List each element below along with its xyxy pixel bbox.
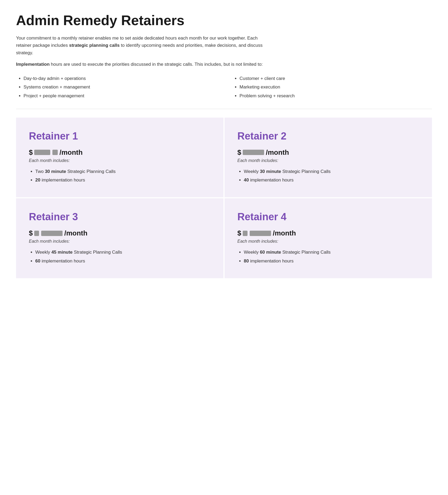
bullet-list-right: Customer + client care Marketing executi… (232, 74, 432, 100)
list-item: Systems creation + management (24, 83, 216, 91)
retainers-grid: Retainer 1 $ /month Each month includes:… (16, 118, 432, 278)
intro-bold-2: Implementation (16, 62, 50, 67)
list-item: Weekly 45 minute Strategic Planning Call… (35, 248, 211, 257)
list-item: Marketing execution (240, 83, 432, 91)
retainer-4-title: Retainer 4 (237, 211, 419, 223)
retainer-3-each-month: Each month includes: (29, 239, 211, 244)
list-item: Two 30 minute Strategic Planning Calls (35, 167, 211, 176)
price-redacted-2 (243, 150, 264, 155)
retainer-1-title: Retainer 1 (29, 130, 211, 142)
page-title: Admin Remedy Retainers (16, 13, 432, 28)
price-redacted-4a (243, 231, 248, 236)
retainer-1-price: $ /month (29, 148, 211, 157)
retainer-card-1: Retainer 1 $ /month Each month includes:… (16, 118, 223, 198)
price-redacted-3b (41, 231, 63, 236)
retainer-card-2: Retainer 2 $ /month Each month includes:… (225, 118, 432, 198)
retainer-card-3: Retainer 3 $ /month Each month includes:… (16, 198, 223, 278)
retainer-3-price: $ /month (29, 229, 211, 237)
price-redacted-1b (52, 150, 58, 155)
retainer-2-price: $ /month (237, 148, 419, 157)
retainer-1-bullets: Two 30 minute Strategic Planning Calls 2… (29, 167, 211, 185)
retainer-card-4: Retainer 4 $ /month Each month includes:… (225, 198, 432, 278)
price-redacted-3a (34, 231, 39, 236)
list-item: Day-to-day admin + operations (24, 74, 216, 83)
intro-paragraph-2: Implementation hours are used to execute… (16, 61, 273, 68)
retainer-2-title: Retainer 2 (237, 130, 419, 142)
list-item: 20 implementation hours (35, 176, 211, 184)
list-item: 80 implementation hours (244, 257, 419, 265)
list-item: 60 implementation hours (35, 257, 211, 265)
retainer-4-each-month: Each month includes: (237, 239, 419, 244)
intro-paragraph-1: Your commitment to a monthly retainer en… (16, 34, 273, 56)
list-item: Weekly 60 minute Strategic Planning Call… (244, 248, 419, 257)
bullet-list-left: Day-to-day admin + operations Systems cr… (16, 74, 216, 100)
price-redacted-1 (34, 150, 50, 155)
retainer-2-each-month: Each month includes: (237, 158, 419, 163)
retainer-2-bullets: Weekly 30 minute Strategic Planning Call… (237, 167, 419, 185)
list-item: Problem solving + research (240, 92, 432, 100)
price-redacted-4b (250, 231, 271, 236)
retainer-4-bullets: Weekly 60 minute Strategic Planning Call… (237, 248, 419, 265)
retainer-1-each-month: Each month includes: (29, 158, 211, 163)
list-item: Customer + client care (240, 74, 432, 83)
retainer-3-bullets: Weekly 45 minute Strategic Planning Call… (29, 248, 211, 265)
retainer-3-title: Retainer 3 (29, 211, 211, 223)
list-item: Project + people management (24, 92, 216, 100)
list-item: 40 implementation hours (244, 176, 419, 184)
intro-text-2: hours are used to execute the priorities… (50, 62, 263, 67)
bullet-col-right: Customer + client care Marketing executi… (232, 74, 432, 100)
bullet-columns: Day-to-day admin + operations Systems cr… (16, 74, 432, 100)
list-item: Weekly 30 minute Strategic Planning Call… (244, 167, 419, 176)
intro-bold-1: strategic planning calls (69, 43, 119, 48)
divider (16, 109, 432, 109)
retainer-4-price: $ /month (237, 229, 419, 237)
bullet-col-left: Day-to-day admin + operations Systems cr… (16, 74, 216, 100)
